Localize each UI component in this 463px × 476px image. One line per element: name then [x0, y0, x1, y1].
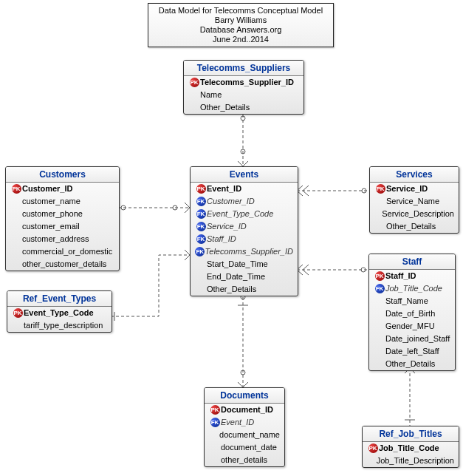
attribute-row: PKStaff_ID [369, 270, 455, 282]
attribute-row: FKEvent_ID [205, 416, 284, 429]
attribute-name: Name [200, 89, 299, 101]
attribute-name: Document_ID [221, 404, 280, 415]
attribute-name: Job_Title_Description [377, 455, 454, 466]
attribute-row: Other_Details [184, 101, 303, 114]
diagram-info-box: Data Model for Telecomms Conceptual Mode… [148, 3, 334, 47]
entity-events: Events PKEvent_IDFKCustomer_IDFKEvent_Ty… [190, 166, 298, 296]
attribute-row: customer_phone [6, 208, 119, 220]
entity-ref-job-titles: Ref_Job_Titles PKJob_Title_CodeJob_Title… [362, 426, 459, 468]
attribute-row: Date_of_Birth [369, 307, 455, 320]
pk-icon: PK [368, 443, 378, 453]
info-line1: Data Model for Telecomms Conceptual Mode… [156, 6, 326, 16]
entity-title: Ref_Event_Types [7, 291, 112, 307]
attribute-name: customer_name [22, 196, 114, 207]
attr-list: PKEvent_IDFKCustomer_IDFKEvent_Type_Code… [191, 183, 298, 296]
attribute-name: Service_Name [386, 196, 454, 207]
entity-title: Customers [6, 167, 119, 183]
fk-icon: FK [195, 247, 205, 256]
svg-point-8 [362, 188, 366, 193]
attribute-row: customer_address [6, 233, 119, 245]
attribute-row: Job_Title_Description [363, 455, 459, 467]
attribute-row: tariff_type_description [7, 319, 112, 332]
attribute-name: Date_left_Staff [385, 346, 450, 357]
pk-icon: PK [375, 271, 385, 281]
attribute-name: Customer_ID [22, 183, 114, 194]
fk-icon: FK [196, 222, 206, 231]
attribute-name: Event_Type_Code [24, 307, 107, 319]
attribute-name: Other_Details [207, 284, 293, 295]
entity-title: Documents [205, 388, 284, 404]
svg-point-13 [241, 370, 245, 375]
attribute-name: Staff_Name [385, 296, 450, 307]
attribute-name: Service_Description [382, 208, 454, 220]
pk-icon: PK [190, 78, 199, 87]
attribute-row: customer_name [6, 195, 119, 208]
entity-documents: Documents PKDocument_IDFKEvent_IDdocumen… [204, 387, 285, 467]
entity-services: Services PKService_IDService_NameService… [369, 166, 459, 234]
attribute-row: PKJob_Title_Code [363, 442, 459, 455]
entity-customers: Customers PKCustomer_IDcustomer_namecust… [5, 166, 120, 271]
attribute-row: other_details [205, 454, 284, 466]
svg-point-4 [121, 205, 126, 210]
attr-list: PKDocument_IDFKEvent_IDdocument_namedocu… [205, 404, 284, 466]
attribute-row: PKEvent_ID [191, 183, 298, 195]
attribute-row: PKTelecomms_Supplier_ID [184, 76, 303, 89]
svg-point-2 [241, 149, 245, 154]
attribute-name: Job_Title_Code [379, 443, 454, 454]
attribute-row: Service_Description [370, 208, 459, 220]
attribute-row: Other_Details [370, 220, 459, 233]
attribute-row: FKStaff_ID [191, 233, 298, 245]
attribute-row: PKDocument_ID [205, 404, 284, 416]
attribute-row: FKEvent_Type_Code [191, 208, 298, 220]
attribute-row: FKTelecomms_Supplier_ID [191, 245, 298, 258]
fk-icon: FK [196, 234, 206, 244]
svg-point-1 [241, 116, 245, 120]
attribute-name: document_date [221, 442, 280, 453]
attribute-name: Other_Details [386, 221, 454, 232]
pk-icon: PK [210, 405, 220, 415]
attr-list: PKTelecomms_Supplier_IDNameOther_Details [184, 76, 303, 114]
attribute-name: Event_ID [207, 183, 293, 194]
attribute-row: Service_Name [370, 195, 459, 208]
attribute-row: Start_Date_Time [191, 258, 298, 271]
attribute-name: Job_Title_Code [385, 283, 450, 294]
attribute-name: Telecomms_Supplier_ID [205, 246, 293, 257]
attribute-row: Date_left_Staff [369, 345, 455, 358]
attribute-name: document_name [219, 429, 280, 441]
attribute-name: Staff_ID [207, 234, 293, 245]
svg-point-10 [361, 268, 366, 272]
attribute-name: Other_Details [200, 102, 299, 113]
attr-list: PKService_IDService_NameService_Descript… [370, 183, 459, 233]
attribute-row: document_name [205, 429, 284, 441]
attribute-row: PKCustomer_ID [6, 183, 119, 195]
attribute-row: Staff_Name [369, 295, 455, 307]
attribute-name: Service_ID [386, 183, 454, 194]
entity-telecomms-suppliers: Telecomms_Suppliers PKTelecomms_Supplier… [183, 60, 304, 115]
entity-title: Staff [369, 254, 455, 270]
pk-icon: PK [196, 184, 206, 194]
attribute-name: customer_address [22, 234, 114, 245]
fk-icon: FK [375, 284, 385, 293]
entity-title: Services [370, 167, 459, 183]
pk-icon: PK [376, 184, 385, 194]
fk-icon: FK [196, 209, 206, 219]
info-line2: Barry Williams [156, 16, 326, 25]
pk-icon: PK [12, 184, 21, 194]
attribute-name: commercial_or_domestic [22, 246, 114, 257]
attribute-row: FKCustomer_ID [191, 195, 298, 208]
attribute-row: FKJob_Title_Code [369, 282, 455, 295]
attribute-name: tariff_type_description [24, 320, 107, 331]
info-line4: June 2nd..2014 [156, 35, 326, 44]
attribute-name: Customer_ID [207, 196, 293, 207]
attribute-name: Event_ID [221, 417, 280, 428]
attribute-name: Service_ID [207, 221, 293, 232]
attribute-row: customer_email [6, 220, 119, 233]
attribute-name: Date_joined_Staff [385, 333, 450, 344]
attribute-name: other_customer_details [22, 259, 114, 270]
attribute-name: Other_Details [385, 358, 450, 370]
entity-staff: Staff PKStaff_IDFKJob_Title_CodeStaff_Na… [368, 254, 456, 371]
entity-title: Ref_Job_Titles [363, 426, 459, 442]
attribute-row: Date_joined_Staff [369, 333, 455, 345]
attribute-row: Name [184, 89, 303, 101]
attribute-row: Other_Details [191, 283, 298, 296]
